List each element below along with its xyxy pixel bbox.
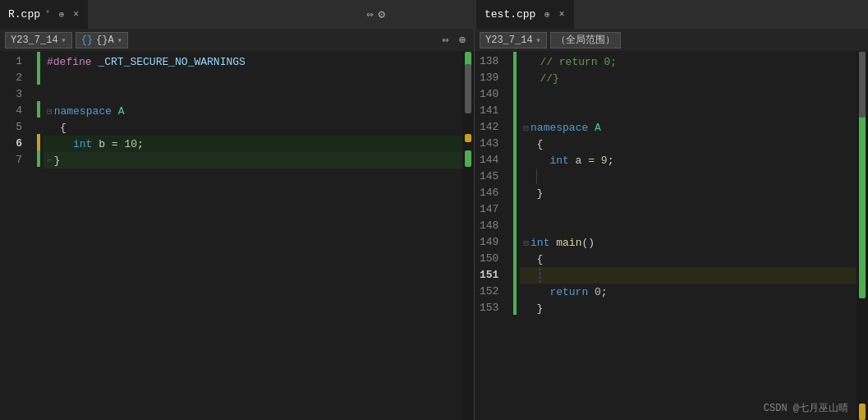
right-scope-dropdown[interactable]: （全局范围） (550, 32, 621, 48)
watermark: CSDN @七月巫山晴 (764, 401, 848, 415)
right-collapse-icon-149: ⊟ (523, 238, 529, 248)
right-tab-group: test.cpp ⊕ × (476, 0, 574, 29)
right-editor-pane: Y23_7_14 ▾ （全局范围） 138 139 140 141 142 14… (475, 29, 868, 420)
tab-rcpp[interactable]: R.cpp * ⊕ × (0, 0, 88, 29)
code-line-4: ⊟ namespace A (44, 103, 462, 119)
left-editor-toolbar: Y23_7_14 ▾ {} {}A ▾ ⇔ ⊕ (0, 29, 474, 52)
tab-testcpp-pin[interactable]: ⊕ (540, 8, 553, 21)
collapse-icon-7: ⌐ (47, 155, 53, 165)
collapse-icon-4: ⊟ (47, 106, 53, 117)
left-location-dropdown[interactable]: Y23_7_14 ▾ (5, 32, 72, 48)
right-code-line-139: //} (520, 70, 857, 86)
right-collapse-icon-142: ⊟ (523, 122, 529, 133)
code-line-7: ⌐ } (44, 152, 462, 168)
right-code-line-141 (520, 103, 857, 119)
right-code-line-150: { (520, 251, 857, 267)
left-scope-dropdown[interactable]: {} {}A ▾ (76, 32, 128, 48)
left-code-area: 1 2 3 4 5 6 7 (0, 52, 474, 420)
scrollbar-green-bottom (465, 150, 471, 167)
left-scope-brace: {} (81, 35, 93, 46)
right-scrollbar-thumb[interactable] (859, 52, 866, 118)
right-code-line-143: { (520, 136, 857, 152)
code-line-1: #define _CRT_SECURE_NO_WARNINGS (44, 53, 462, 70)
right-editor-toolbar: Y23_7_14 ▾ （全局范围） (475, 29, 868, 52)
right-scrollbar-orange (859, 404, 866, 420)
scrollbar-thumb[interactable] (465, 64, 471, 113)
code-line-6: int b = 10 ; (44, 136, 462, 152)
code-line-2 (44, 70, 462, 86)
right-code-line-152: return 0 ; (520, 284, 857, 300)
right-code-line-140 (520, 86, 857, 103)
right-code-line-151 (520, 267, 857, 284)
right-scope-label: （全局范围） (556, 33, 615, 47)
right-location-label: Y23_7_14 (485, 35, 533, 46)
right-code-line-145 (520, 168, 857, 185)
tab-testcpp-label: test.cpp (485, 8, 535, 21)
left-scope-arrow: ▾ (117, 35, 122, 45)
code-line-5: { (44, 119, 462, 136)
tab-rcpp-modified: * (45, 10, 50, 19)
left-settings-icon[interactable]: ⚙ (379, 7, 385, 21)
tab-testcpp[interactable]: test.cpp ⊕ × (476, 0, 574, 29)
left-code-content[interactable]: #define _CRT_SECURE_NO_WARNINGS ⊟ namesp… (40, 52, 462, 420)
left-settings-btn[interactable]: ⊕ (456, 31, 469, 48)
right-code-line-148 (520, 218, 857, 234)
right-code-line-149: ⊟ int main () (520, 234, 857, 251)
right-code-line-144: int a = 9 ; (520, 152, 857, 168)
tab-rcpp-close[interactable]: × (73, 9, 79, 21)
editors-container: Y23_7_14 ▾ {} {}A ▾ ⇔ ⊕ 1 2 3 4 5 6 7 (0, 29, 868, 420)
tab-rcpp-pin[interactable]: ⊕ (55, 8, 68, 21)
tab-testcpp-close[interactable]: × (558, 9, 564, 21)
left-location-label: Y23_7_14 (11, 35, 58, 46)
left-scrollbar[interactable] (462, 52, 474, 420)
right-code-line-147 (520, 201, 857, 218)
left-editor-pane: Y23_7_14 ▾ {} {}A ▾ ⇔ ⊕ 1 2 3 4 5 6 7 (0, 29, 475, 420)
tab-rcpp-label: R.cpp (8, 8, 40, 21)
left-line-numbers: 1 2 3 4 5 6 7 (0, 52, 37, 420)
right-location-dropdown[interactable]: Y23_7_14 ▾ (480, 32, 547, 48)
scrollbar-orange (465, 134, 471, 142)
code-line-3 (44, 86, 462, 103)
right-scrollbar[interactable] (857, 52, 868, 420)
left-split-icon[interactable]: ⇔ (366, 7, 373, 21)
right-code-line-138: // return 0; (520, 53, 857, 70)
right-code-line-153: } (520, 300, 857, 316)
right-code-area: 138 139 140 141 142 143 144 145 146 147 … (475, 52, 868, 420)
left-tab-group: R.cpp * ⊕ × (0, 0, 88, 29)
right-code-content[interactable]: // return 0; //} ⊟ namespace A (517, 52, 857, 420)
right-location-arrow: ▾ (536, 35, 541, 45)
left-tab-icons: ⇔ ⚙ (360, 0, 392, 29)
right-code-line-142: ⊟ namespace A (520, 119, 857, 136)
tab-bar: R.cpp * ⊕ × ⇔ ⚙ test.cpp ⊕ × (0, 0, 868, 29)
right-line-numbers: 138 139 140 141 142 143 144 145 146 147 … (475, 52, 513, 420)
left-location-arrow: ▾ (62, 35, 67, 45)
left-scope-label: {}A (96, 35, 114, 46)
right-code-line-146: } (520, 185, 857, 201)
left-split-btn[interactable]: ⇔ (439, 31, 452, 48)
